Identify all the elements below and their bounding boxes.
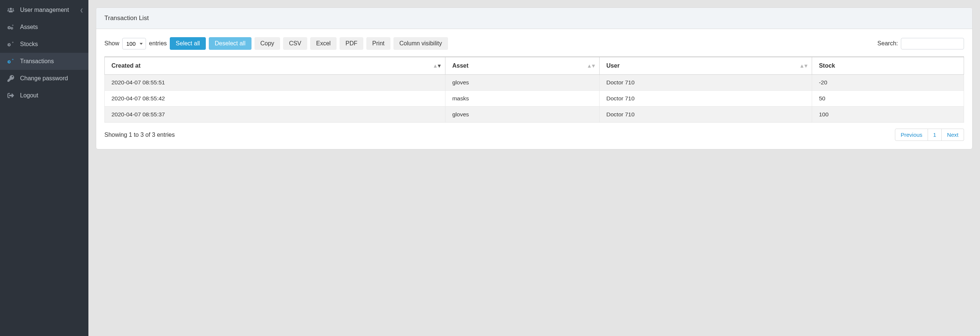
cell-created-at: 2020-04-07 08:55:42 — [105, 91, 445, 107]
copy-button[interactable]: Copy — [255, 37, 280, 50]
page-length-select[interactable]: 100 — [122, 38, 146, 49]
cell-user: Doctor 710 — [600, 91, 812, 107]
card-body: Show 100 entries Select all Deselect all… — [96, 29, 972, 149]
col-label: User — [606, 62, 620, 69]
sidebar-item-label: User management — [20, 7, 69, 13]
cell-stock: 50 — [812, 91, 964, 107]
cell-user: Doctor 710 — [600, 75, 812, 91]
col-label: Stock — [819, 62, 835, 69]
cogs-icon — [7, 24, 15, 30]
pagination-page-1[interactable]: 1 — [928, 129, 942, 141]
sidebar-item-assets[interactable]: Assets — [0, 19, 88, 36]
search-label: Search: — [877, 40, 898, 47]
sort-icon: ▲▼ — [799, 63, 808, 69]
sidebar-item-user-management[interactable]: User management ❮ — [0, 2, 88, 19]
table-row[interactable]: 2020-04-07 08:55:37 gloves Doctor 710 10… — [105, 107, 964, 123]
cell-created-at: 2020-04-07 08:55:37 — [105, 107, 445, 123]
cell-created-at: 2020-04-07 08:55:51 — [105, 75, 445, 91]
key-icon — [7, 75, 15, 82]
print-button[interactable]: Print — [366, 37, 390, 50]
search-input[interactable] — [901, 38, 964, 49]
transactions-table: Created at ▲▼ Asset ▲▼ User ▲▼ Stock — [104, 56, 964, 123]
cogs-icon — [7, 41, 15, 48]
sidebar-item-label: Logout — [20, 92, 38, 99]
table-row[interactable]: 2020-04-07 08:55:42 masks Doctor 710 50 — [105, 91, 964, 107]
users-icon — [7, 7, 15, 13]
pagination-next[interactable]: Next — [942, 129, 964, 141]
col-label: Asset — [452, 62, 468, 69]
entries-label: entries — [149, 40, 167, 47]
pagination-previous[interactable]: Previous — [895, 129, 928, 141]
select-all-button[interactable]: Select all — [170, 37, 206, 50]
sign-out-icon — [7, 92, 15, 99]
sidebar-item-label: Assets — [20, 24, 38, 30]
transaction-card: Transaction List Show 100 entries Select… — [96, 8, 972, 150]
col-label: Created at — [111, 62, 140, 69]
table-row[interactable]: 2020-04-07 08:55:51 gloves Doctor 710 -2… — [105, 75, 964, 91]
card-title: Transaction List — [96, 8, 972, 29]
cell-asset: gloves — [445, 107, 600, 123]
sidebar-item-change-password[interactable]: Change password — [0, 70, 88, 87]
excel-button[interactable]: Excel — [310, 37, 337, 50]
toolbar: Show 100 entries Select all Deselect all… — [104, 37, 964, 50]
cell-stock: -20 — [812, 75, 964, 91]
main-content: Transaction List Show 100 entries Select… — [88, 0, 980, 336]
sidebar-item-label: Change password — [20, 75, 68, 82]
sidebar-item-stocks[interactable]: Stocks — [0, 36, 88, 53]
col-stock[interactable]: Stock — [812, 57, 964, 75]
pdf-button[interactable]: PDF — [340, 37, 363, 50]
sidebar-item-label: Stocks — [20, 41, 38, 48]
column-visibility-button[interactable]: Column visibility — [393, 37, 448, 50]
cogs-icon — [7, 58, 15, 65]
col-created-at[interactable]: Created at ▲▼ — [105, 57, 445, 75]
sort-icon: ▲▼ — [433, 63, 441, 69]
sidebar: User management ❮ Assets Stocks Transact… — [0, 0, 88, 336]
cell-user: Doctor 710 — [600, 107, 812, 123]
deselect-all-button[interactable]: Deselect all — [209, 37, 251, 50]
cell-asset: gloves — [445, 75, 600, 91]
table-info: Showing 1 to 3 of 3 entries — [104, 132, 175, 138]
sort-icon: ▲▼ — [587, 63, 595, 69]
show-label: Show — [104, 40, 119, 47]
sidebar-item-transactions[interactable]: Transactions — [0, 53, 88, 70]
cell-stock: 100 — [812, 107, 964, 123]
col-asset[interactable]: Asset ▲▼ — [445, 57, 600, 75]
table-footer: Showing 1 to 3 of 3 entries Previous 1 N… — [104, 129, 964, 141]
csv-button[interactable]: CSV — [283, 37, 307, 50]
cell-asset: masks — [445, 91, 600, 107]
sidebar-item-label: Transactions — [20, 58, 54, 65]
sidebar-item-logout[interactable]: Logout — [0, 87, 88, 104]
chevron-left-icon: ❮ — [80, 8, 83, 13]
pagination: Previous 1 Next — [895, 129, 964, 141]
col-user[interactable]: User ▲▼ — [600, 57, 812, 75]
